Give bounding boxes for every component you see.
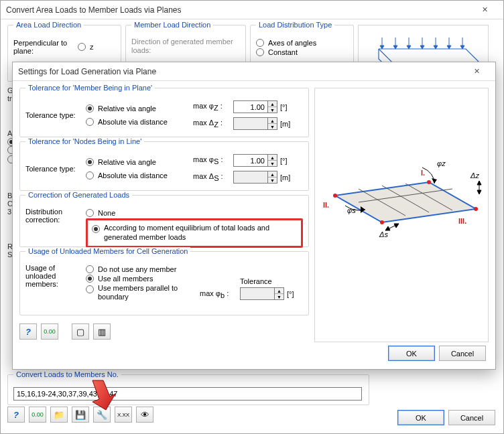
member-dir-hint: Direction of generated member loads:: [131, 38, 240, 55]
g2-maxphi: max φ: [193, 155, 214, 163]
g3-radio-none[interactable]: [86, 209, 94, 217]
help-icon[interactable]: ?: [7, 407, 25, 423]
g2-maxd: max Δ: [193, 172, 214, 180]
g2-u1: [°]: [280, 157, 288, 165]
radio-z[interactable]: [78, 43, 86, 51]
grp-member-load-dir: Member Load Direction: [131, 21, 213, 29]
g4-title: Usage of Unloaded Members for Cell Gener…: [25, 247, 190, 255]
settings-icon[interactable]: 🔧: [93, 407, 111, 423]
g1-maxd: max Δ: [193, 119, 214, 127]
g2-radio-rel[interactable]: [86, 158, 94, 166]
g4-r1[interactable]: [86, 265, 94, 273]
bg-cancel-button[interactable]: Cancel: [448, 410, 495, 425]
svg-marker-25: [432, 178, 437, 184]
svg-marker-29: [477, 190, 481, 194]
svg-text:Δz: Δz: [470, 171, 479, 179]
g1-rel: Relative via angle: [98, 104, 156, 113]
g3-radio-opt[interactable]: [92, 225, 100, 233]
dist-axes: Axes of angles: [268, 39, 316, 47]
dlg-units-icon[interactable]: 0.00: [41, 323, 58, 340]
g2-radio-abs[interactable]: [86, 171, 94, 179]
bg-title: Convert Area Loads to Member Loads via P…: [6, 5, 471, 15]
dist-const: Constant: [268, 48, 298, 56]
dlg-close-icon[interactable]: ✕: [463, 63, 490, 80]
g2-abs: Absolute via distance: [98, 171, 168, 179]
radio-axes[interactable]: [256, 39, 264, 47]
dlg-extra2-icon[interactable]: ▥: [93, 323, 111, 340]
grp-convert: Convert Loads to Members No.: [13, 370, 121, 378]
svg-point-21: [333, 194, 337, 198]
g2-toltype: Tolerance type:: [25, 165, 86, 173]
svg-marker-15: [335, 182, 476, 222]
svg-marker-5: [407, 46, 411, 49]
svg-point-22: [427, 180, 431, 184]
dlg-ok-button[interactable]: OK: [388, 346, 435, 361]
g1-maxphi: max φ: [193, 102, 214, 110]
spinner-icon: ▲▼: [268, 171, 277, 184]
svg-text:II.: II.: [323, 201, 329, 209]
svg-text:Δs: Δs: [379, 230, 388, 238]
g1-radio-rel[interactable]: [86, 104, 94, 113]
units-icon[interactable]: 0.00: [29, 407, 46, 423]
g2-title: Tolerance for 'Nodes Being in Line': [25, 137, 144, 145]
g4-tol: Tolerance: [240, 277, 294, 285]
g4-o1: Do not use any member: [98, 265, 176, 273]
g3-label: Distribution correction:: [25, 208, 86, 224]
svg-point-23: [474, 207, 478, 211]
g4-v: [240, 287, 275, 300]
dlg-diagram: φz Δz φs Δs I. II. III.: [315, 88, 488, 342]
svg-marker-9: [434, 46, 438, 49]
g4-r3[interactable]: [86, 285, 94, 293]
dlg-cancel-button[interactable]: Cancel: [439, 346, 486, 361]
bg-ok-button[interactable]: OK: [397, 410, 444, 425]
svg-marker-7: [420, 46, 424, 49]
bg-close-icon[interactable]: ✕: [471, 1, 498, 19]
spinner-icon[interactable]: ▲▼: [268, 154, 277, 167]
g3-opt: According to moment equilibrium of total…: [104, 224, 278, 242]
g1-v2: [233, 117, 268, 130]
g4-r2[interactable]: [86, 275, 94, 283]
g1-subz2: Z: [214, 121, 218, 129]
g2-rel: Relative via angle: [98, 158, 156, 166]
area-z-label: z: [90, 43, 94, 51]
svg-marker-28: [477, 181, 481, 185]
g3-none: None: [98, 209, 115, 217]
svg-marker-32: [394, 224, 399, 228]
g1-subz: Z: [214, 104, 218, 112]
svg-text:φs: φs: [347, 206, 356, 214]
g4-o2: Use all members: [98, 275, 153, 283]
g1-abs: Absolute via distance: [98, 118, 168, 126]
svg-text:III.: III.: [458, 217, 466, 225]
g2-v1[interactable]: [233, 154, 268, 167]
load-icon[interactable]: 📁: [50, 407, 68, 423]
g1-toltype: Tolerance type:: [25, 111, 86, 119]
member-list-input[interactable]: [13, 387, 362, 401]
g4-o3: Use members parallel to boundary: [98, 284, 192, 301]
spinner-icon: ▲▼: [268, 117, 277, 130]
radio-constant[interactable]: [256, 48, 264, 56]
spinner-icon[interactable]: ▲▼: [268, 100, 277, 113]
svg-marker-3: [393, 46, 397, 49]
precision-icon[interactable]: X.XX: [115, 407, 132, 423]
g1-v1[interactable]: [233, 100, 268, 113]
g4-u: [°]: [287, 290, 294, 298]
view-icon[interactable]: 👁: [136, 407, 153, 423]
spinner-icon: ▲▼: [275, 287, 284, 300]
dlg-title: Settings for Load Generation via Plane: [18, 67, 463, 76]
g2-u2: [m]: [280, 173, 290, 182]
grp-area-load-dir: Area Load Direction: [13, 21, 84, 29]
svg-text:φz: φz: [437, 159, 446, 167]
g4-subb: b: [220, 291, 225, 299]
area-perp-label: Perpendicular to plane:: [13, 39, 74, 55]
dlg-help-icon[interactable]: ?: [19, 323, 37, 340]
g1-title: Tolerance for 'Member Being in Plane': [25, 84, 155, 92]
dlg-extra1-icon[interactable]: ▢: [72, 323, 89, 340]
svg-point-24: [380, 220, 384, 224]
g2-subs: S: [214, 157, 218, 165]
svg-marker-1: [380, 46, 384, 49]
svg-marker-13: [460, 46, 464, 49]
save-icon[interactable]: 💾: [72, 407, 89, 423]
g2-v2: [233, 171, 268, 184]
g1-radio-abs[interactable]: [86, 118, 94, 126]
svg-marker-11: [447, 46, 451, 49]
